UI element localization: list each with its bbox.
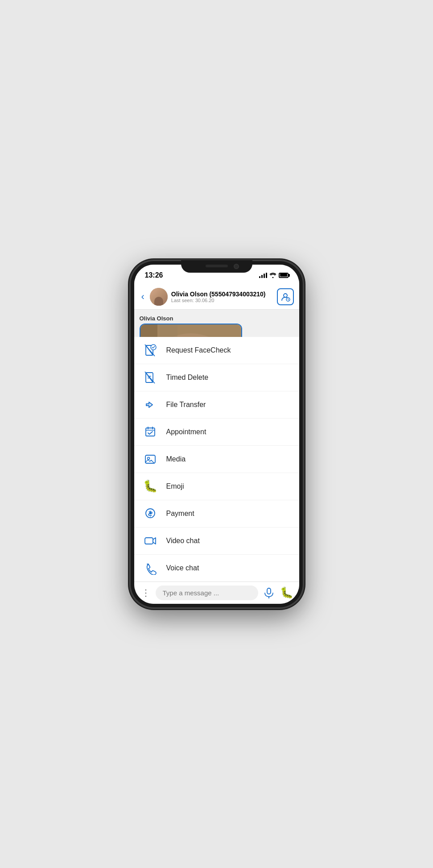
voice-chat-icon: [143, 561, 157, 575]
card-image: [140, 324, 241, 337]
message-input[interactable]: [156, 586, 258, 600]
menu-label-emoji: Emoji: [166, 482, 184, 490]
menu-item-timed-delete[interactable]: Timed Delete: [134, 364, 299, 391]
signal-bar-3: [264, 274, 265, 278]
emoji-button[interactable]: 🐛: [280, 586, 294, 600]
menu-item-payment[interactable]: Payment: [134, 500, 299, 527]
menu-label-file-transfer: File Transfer: [166, 401, 206, 409]
status-icons: [259, 273, 289, 278]
avatar: [150, 288, 168, 306]
bottom-menu: Request FaceCheck Timed Delete: [134, 337, 299, 581]
facecheck-icon: [143, 343, 157, 357]
menu-item-request-facecheck[interactable]: Request FaceCheck: [134, 337, 299, 364]
menu-label-video-chat: Video chat: [166, 537, 200, 545]
menu-label-request-facecheck: Request FaceCheck: [166, 346, 231, 354]
dots-button[interactable]: ⋮: [140, 586, 152, 600]
chat-settings-button[interactable]: [277, 288, 294, 305]
chat-area: Olivia Olson: [134, 310, 299, 337]
last-seen: Last seen: 30.06.20: [171, 298, 273, 303]
menu-item-emoji[interactable]: 🐛 Emoji: [134, 473, 299, 500]
appointment-icon: [143, 425, 157, 439]
menu-item-appointment[interactable]: Appointment: [134, 419, 299, 446]
svg-rect-42: [267, 588, 271, 594]
menu-item-video-chat[interactable]: Video chat: [134, 527, 299, 555]
signal-bars: [259, 273, 267, 278]
svg-rect-35: [146, 428, 155, 436]
menu-item-file-transfer[interactable]: File Transfer: [134, 391, 299, 419]
avatar-image: [150, 288, 168, 306]
sender-name: Olivia Olson: [140, 315, 294, 322]
received-message: Olivia Olson: [140, 315, 294, 337]
battery-icon: [279, 273, 289, 278]
signal-bar-2: [261, 275, 263, 278]
svg-point-0: [284, 294, 287, 297]
video-chat-icon: [143, 534, 157, 548]
svg-rect-14: [160, 324, 177, 337]
svg-rect-13: [140, 324, 157, 337]
menu-label-voice-chat: Voice chat: [166, 564, 199, 572]
notch-camera: [234, 264, 239, 269]
notch: [181, 260, 252, 273]
input-bar: ⋮ 🐛: [134, 581, 299, 604]
menu-item-voice-chat[interactable]: Voice chat: [134, 555, 299, 581]
signal-bar-1: [259, 276, 260, 278]
back-button[interactable]: ‹: [140, 289, 146, 304]
battery-fill: [280, 274, 287, 277]
contact-name: Olivia Olson (555047934003210): [171, 291, 273, 298]
file-transfer-icon: [143, 398, 157, 412]
svg-rect-41: [145, 538, 153, 544]
wifi-icon: [269, 273, 276, 278]
screen: 13:26: [134, 265, 299, 604]
emoji-icon: 🐛: [143, 479, 157, 494]
payment-icon: [143, 507, 157, 521]
phone-frame: 13:26: [130, 260, 304, 608]
menu-label-payment: Payment: [166, 510, 194, 518]
menu-item-media[interactable]: Media: [134, 446, 299, 473]
chat-header: ‹ Olivia Olson (555047934003210) Last se…: [134, 284, 299, 310]
header-info: Olivia Olson (555047934003210) Last seen…: [171, 291, 273, 303]
timed-delete-icon: [143, 370, 157, 385]
media-icon: [143, 452, 157, 466]
menu-label-media: Media: [166, 455, 186, 463]
appointment-card-received: New Billionairapp meeting Wed, 02.Sep.20…: [140, 324, 242, 337]
svg-point-40: [147, 457, 149, 459]
menu-label-appointment: Appointment: [166, 428, 206, 436]
status-time: 13:26: [145, 271, 163, 279]
mic-button[interactable]: [262, 586, 276, 600]
menu-label-timed-delete: Timed Delete: [166, 374, 209, 382]
signal-bar-4: [266, 273, 267, 278]
notch-speaker: [206, 265, 228, 267]
svg-rect-39: [145, 455, 155, 463]
